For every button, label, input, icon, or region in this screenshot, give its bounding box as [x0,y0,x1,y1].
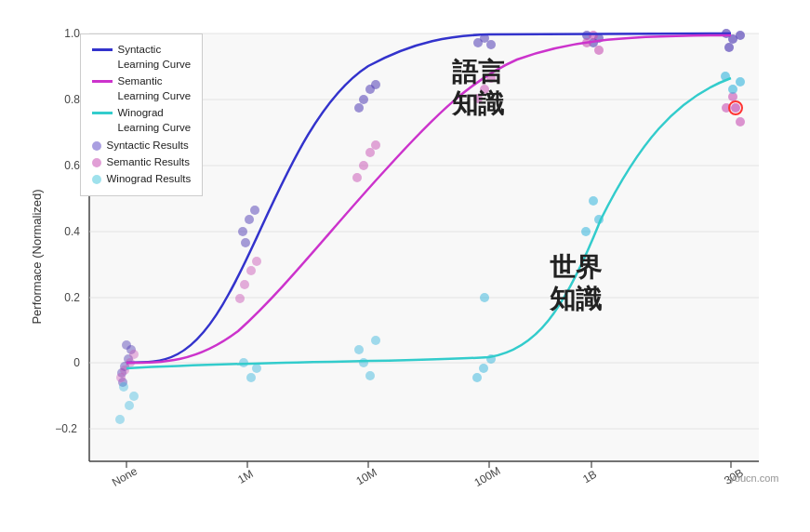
winograd-line-icon [92,112,113,114]
semantic-line-label: SemanticLearning Curve [118,73,192,103]
syntactic-dot [238,227,247,236]
syntactic-dot [354,103,364,113]
semantic-line-icon [92,80,113,83]
y-tick-10: 1.0 [64,27,80,40]
syntactic-dot [473,38,483,47]
syntactic-dot [736,31,745,40]
syntactic-dot [241,238,250,247]
y-tick-00: 0 [73,356,80,369]
winograd-dot-label: Winograd Results [107,171,192,186]
syntactic-line-icon [92,48,113,51]
semantic-dot [359,161,368,170]
winograd-dot [479,364,488,373]
winograd-dot [581,227,591,236]
winograd-dot [246,373,256,382]
syntactic-dot [250,206,259,215]
semantic-dot-highlighted [731,103,740,113]
annotation-world-knowledge: 世界知識 [550,252,602,314]
semantic-dot [235,294,245,303]
legend-item-semantic-dot: Semantic Results [92,154,192,169]
syntactic-dot-label: Syntactic Results [107,138,189,153]
semantic-dot [246,266,256,275]
semantic-dot [365,148,375,157]
y-tick-04: 0.4 [64,225,80,238]
winograd-dot [119,382,128,392]
syntactic-dot-icon [92,141,101,151]
y-tick-neg02: −0.2 [55,422,77,435]
winograd-dot [589,196,598,206]
winograd-dot [115,415,125,424]
x-tick-1b: 1B [580,468,599,485]
semantic-dot [594,46,604,55]
winograd-dot [736,77,745,86]
y-tick-08: 0.8 [64,93,80,106]
winograd-dot [472,373,482,382]
legend-box: SyntacticLearning Curve SemanticLearning… [80,33,204,196]
legend-item-semantic-line: SemanticLearning Curve [92,73,192,103]
winograd-dot [129,392,139,401]
chart-container: SyntacticLearning Curve SemanticLearning… [24,15,787,517]
y-axis-label: Performace (Normalized) [30,189,44,324]
semantic-dot [736,117,745,126]
legend-item-syntactic-dot: Syntactic Results [92,138,192,153]
semantic-dot [240,280,249,289]
winograd-dot [480,293,489,302]
syntactic-dot [371,80,380,89]
legend-item-winograd-dot: Winograd Results [92,171,192,186]
annotation-language-knowledge: 語言知識 [452,57,504,119]
syntactic-dot [245,215,254,224]
watermark-text: youcn.com [729,472,778,484]
semantic-dot [371,140,380,150]
x-tick-10m: 10M [353,466,378,488]
y-tick-06: 0.6 [64,159,80,172]
syntactic-dot [122,340,131,350]
syntactic-dot [724,43,734,52]
winograd-dot [365,371,375,380]
winograd-dot [728,85,737,94]
semantic-dot [352,173,362,182]
x-tick-none: None [110,464,139,489]
semantic-dot [129,350,139,359]
syntactic-dot [359,95,368,104]
x-tick-100m: 100M [471,464,502,489]
semantic-dot [589,31,598,40]
syntactic-dot [486,40,496,49]
winograd-dot [354,345,364,354]
x-tick-1m: 1M [235,467,255,485]
semantic-dot [116,373,126,382]
semantic-dot-icon [92,158,101,167]
semantic-dot [252,257,261,266]
winograd-dot [252,364,261,373]
legend-item-winograd-line: WinogradLearning Curve [92,105,192,135]
winograd-dot [359,358,368,367]
winograd-dot [371,336,380,345]
y-tick-02: 0.2 [64,291,80,304]
winograd-dot-icon [92,175,101,184]
winograd-line-label: WinogradLearning Curve [118,105,192,135]
winograd-dot [125,401,134,410]
syntactic-line-label: SyntacticLearning Curve [118,42,192,72]
legend-item-syntactic-line: SyntacticLearning Curve [92,42,192,72]
semantic-dot-label: Semantic Results [107,154,190,169]
